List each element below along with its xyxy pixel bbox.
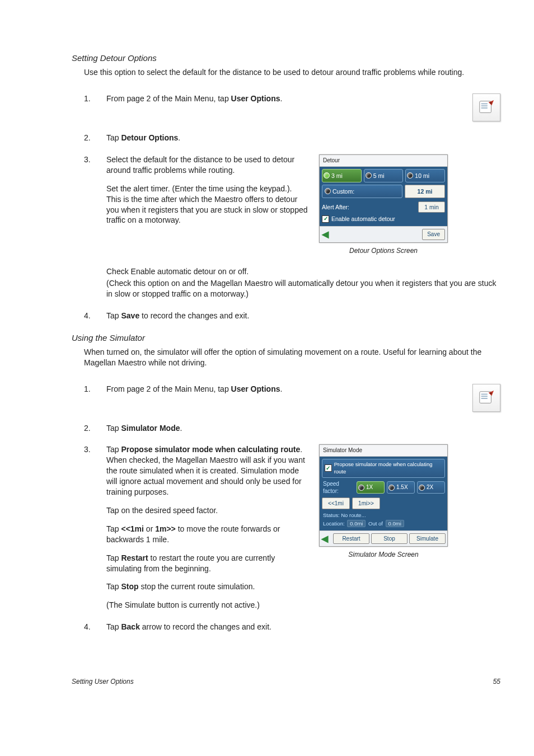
- step-text: Tap on the desired speed factor.: [106, 505, 308, 516]
- figure-caption: Simulator Mode Screen: [319, 550, 448, 559]
- step-number: 3.: [84, 154, 106, 255]
- user-options-icon: [472, 93, 500, 121]
- section-heading-simulator: Using the Simulator: [72, 332, 500, 344]
- step-item: 2. Tap Detour Options.: [84, 133, 500, 143]
- svg-rect-3: [481, 107, 488, 109]
- enable-auto-detour-label: Enable automatic detour: [331, 215, 395, 223]
- radio-3mi[interactable]: 3 mi: [322, 169, 362, 182]
- back-arrow-icon[interactable]: ◀: [321, 533, 331, 545]
- alert-label: Alert After:: [322, 203, 349, 211]
- figure-caption: Detour Options Screen: [319, 246, 448, 255]
- step-number: 3.: [84, 444, 106, 611]
- step-text: Tap Save to record the changes and exit.: [106, 311, 500, 321]
- custom-distance-field[interactable]: 12 mi: [405, 185, 445, 198]
- user-options-icon: [472, 384, 500, 412]
- speed-1x[interactable]: 1X: [357, 481, 385, 494]
- svg-rect-7: [481, 396, 488, 397]
- step-text: Tap <<1mi or 1m>> to move the route forw…: [106, 524, 308, 545]
- propose-checkbox[interactable]: [325, 464, 332, 472]
- step-item: 3. Tap Propose simulator mode when calcu…: [84, 444, 500, 611]
- step-number: 1.: [84, 384, 106, 412]
- step-item: 2. Tap Simulator Mode.: [84, 423, 500, 434]
- radio-custom[interactable]: Custom:: [322, 185, 402, 198]
- step-item: 1. From page 2 of the Main Menu, tap Use…: [84, 384, 500, 412]
- mile-back-button[interactable]: <<1mi: [322, 497, 350, 510]
- back-arrow-icon[interactable]: ◀: [322, 228, 329, 241]
- status-text: Status: No route...: [322, 511, 445, 520]
- restart-button[interactable]: Restart: [333, 533, 369, 544]
- page-footer: Setting User Options 55: [72, 677, 500, 686]
- intro-text: When turned on, the simulator will offer…: [84, 347, 500, 368]
- stop-button[interactable]: Stop: [371, 533, 407, 544]
- step-text: Tap Detour Options.: [106, 133, 500, 143]
- step-text: Check Enable automatic detour on or off.: [106, 266, 500, 277]
- save-button[interactable]: Save: [422, 229, 445, 240]
- radio-10mi[interactable]: 10 mi: [405, 169, 445, 182]
- radio-5mi[interactable]: 5 mi: [364, 169, 404, 182]
- step-text: Set the alert timer. (Enter the time usi…: [106, 184, 308, 226]
- step-text: From page 2 of the Main Menu, tap User O…: [106, 93, 457, 104]
- step-text: Tap Back arrow to record the changes and…: [106, 622, 500, 632]
- step-item: 3. Select the default for the distance t…: [84, 154, 500, 255]
- footer-section-name: Setting User Options: [72, 677, 134, 686]
- steps-list-detour: 1. From page 2 of the Main Menu, tap Use…: [84, 93, 500, 255]
- page-number: 55: [493, 677, 500, 686]
- steps-list-simulator: 1. From page 2 of the Main Menu, tap Use…: [84, 384, 500, 632]
- propose-simulator-checkbox-row[interactable]: Propose simulator mode when calculating …: [322, 459, 445, 478]
- simulate-button[interactable]: Simulate: [409, 533, 446, 544]
- step-number: 2.: [84, 423, 106, 434]
- step-number: 4.: [84, 622, 106, 632]
- step-item: 4. Tap Save to record the changes and ex…: [84, 311, 500, 321]
- svg-rect-2: [481, 105, 488, 106]
- speed-2x[interactable]: 2X: [417, 481, 445, 494]
- svg-rect-6: [481, 393, 488, 395]
- screen-title: Detour: [320, 155, 447, 167]
- step-number: 4.: [84, 311, 106, 321]
- step-text: (The Simulate button is currently not ac…: [106, 600, 308, 611]
- location-text: Location: 0.0mi Out of 0.0mi: [322, 520, 445, 528]
- step-text: (Check this option on and the Magellan M…: [106, 278, 500, 299]
- step-text: Tap Restart to restart the route you are…: [106, 553, 308, 574]
- steps-list-detour-cont: 4. Tap Save to record the changes and ex…: [84, 311, 500, 321]
- step-text: Tap Simulator Mode.: [106, 423, 500, 434]
- mile-forward-button[interactable]: 1mi>>: [352, 497, 380, 510]
- svg-rect-8: [481, 398, 488, 399]
- section-heading-detour: Setting Detour Options: [72, 53, 500, 64]
- alert-time-field[interactable]: 1 min: [418, 201, 445, 213]
- step-text: Tap Propose simulator mode when calculat…: [106, 444, 308, 497]
- enable-auto-detour-checkbox[interactable]: [322, 215, 329, 223]
- svg-rect-1: [481, 104, 488, 105]
- intro-text: Use this option to select the default fo…: [84, 67, 500, 78]
- step-text: Select the default for the distance to b…: [106, 154, 308, 176]
- simulator-screenshot: Simulator Mode Propose simulator mode wh…: [319, 444, 448, 559]
- step-text: Tap Stop stop the current route simulati…: [106, 581, 308, 592]
- step-number: 1.: [84, 93, 106, 121]
- step-text: From page 2 of the Main Menu, tap User O…: [106, 384, 457, 395]
- step-item: 1. From page 2 of the Main Menu, tap Use…: [84, 93, 500, 121]
- speed-1-5x[interactable]: 1.5X: [387, 481, 415, 494]
- screen-title: Simulator Mode: [320, 445, 447, 457]
- detour-screenshot: Detour 3 mi 5 mi 10 mi Custom: 12 mi Ale: [319, 154, 448, 255]
- step-item: 4. Tap Back arrow to record the changes …: [84, 622, 500, 632]
- speed-factor-label: Speed factor:: [322, 480, 354, 495]
- step-number: 2.: [84, 133, 106, 143]
